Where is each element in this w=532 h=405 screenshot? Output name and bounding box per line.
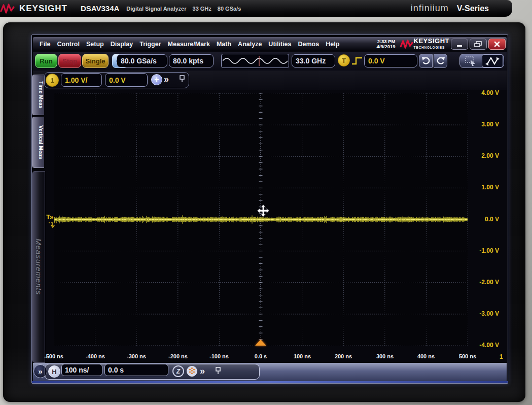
close-button[interactable] xyxy=(488,39,506,50)
single-button[interactable]: Single xyxy=(82,54,109,68)
chassis-branding-strip: KEYSIGHT DSAV334A Digital Signal Analyze… xyxy=(0,0,512,17)
menu-display[interactable]: Display xyxy=(111,41,133,48)
timebase-position-field[interactable]: 0.0 s xyxy=(104,364,168,376)
voltage-label: -4.00 V xyxy=(470,342,499,349)
voltage-label: 1.00 V xyxy=(470,184,499,191)
time-label: -200 ns xyxy=(162,353,194,359)
waveform-preview-button[interactable] xyxy=(221,54,289,68)
channel1-badge[interactable]: 1 xyxy=(46,74,59,87)
redo-button[interactable] xyxy=(434,54,447,68)
horizontal-badge[interactable]: H xyxy=(48,365,60,378)
drag-waveform-mode-button[interactable] xyxy=(482,54,503,68)
region-select-mode-button[interactable] xyxy=(460,54,482,68)
memory-depth-field[interactable]: 80.0 kpts xyxy=(169,54,214,68)
voltage-label: -1.00 V xyxy=(470,247,499,254)
time-label: 200 ns xyxy=(327,353,360,359)
timebase-scale-field[interactable]: 100 ns/ xyxy=(61,364,102,376)
voltage-label: 4.00 V xyxy=(470,89,499,96)
undo-button[interactable] xyxy=(419,54,433,68)
pin-icon[interactable] xyxy=(179,75,186,83)
expand-horizontal-controls-button[interactable]: » xyxy=(200,366,205,376)
time-label: -500 ns xyxy=(38,353,70,359)
chassis-subtitle: Digital Signal Analyzer xyxy=(126,6,186,12)
trigger-level-marker[interactable]: T» xyxy=(46,213,53,221)
pin-icon[interactable] xyxy=(215,366,222,375)
menu-setup[interactable]: Setup xyxy=(86,41,104,48)
clock-date: 4/9/2019 xyxy=(377,44,396,49)
menu-file[interactable]: File xyxy=(40,41,51,48)
menu-bar: File Control Setup Display Trigger Measu… xyxy=(33,37,507,51)
move-cursor-icon xyxy=(256,204,270,218)
tab-vertical-meas[interactable]: Vertical Meas xyxy=(32,117,44,168)
menu-control[interactable]: Control xyxy=(57,41,80,48)
clock: 2:33 PM 4/9/2019 xyxy=(377,39,396,49)
channel1-scale-field[interactable]: 1.00 V/ xyxy=(61,73,102,87)
maximize-button[interactable] xyxy=(470,39,487,50)
bandwidth-field[interactable]: 33.0 GHz xyxy=(292,54,335,68)
minimize-button[interactable] xyxy=(451,39,468,50)
chassis-model: DSAV334A xyxy=(81,4,119,13)
time-label: -400 ns xyxy=(79,353,112,359)
time-label: 400 ns xyxy=(410,353,442,359)
screen-bottom-glow xyxy=(32,381,508,384)
time-label: 300 ns xyxy=(369,353,401,359)
logo-brand: KEYSIGHT xyxy=(414,37,449,45)
graticule-and-trace xyxy=(54,93,468,346)
minimize-icon xyxy=(455,41,464,48)
voltage-label: -2.00 V xyxy=(470,279,499,286)
display-colors-button[interactable] xyxy=(186,365,198,377)
time-label: -100 ns xyxy=(203,353,235,359)
redo-icon xyxy=(436,56,446,66)
trigger-time-marker[interactable] xyxy=(255,340,266,346)
mouse-mode-button-group xyxy=(459,54,504,68)
measurements-panel-title: Measurements xyxy=(34,239,43,295)
horizontal-bar: » H 100 ns/ 0.0 s Z » xyxy=(33,363,507,381)
chassis-bandwidth: 33 GHz xyxy=(193,6,211,12)
trigger-edge-icon[interactable] xyxy=(351,56,363,66)
time-label: -300 ns xyxy=(120,353,153,359)
time-label: 0.0 s xyxy=(244,353,277,359)
waveform-display-area xyxy=(54,93,468,346)
trigger-badge[interactable]: T xyxy=(338,54,350,66)
logo-sub: TECHNOLOGIES xyxy=(414,46,445,49)
instrument-photo: KEYSIGHT DSAV334A Digital Signal Analyze… xyxy=(0,0,532,405)
toolbar: Run Stop Single 80.0 GSa/s 80.0 kpts 33.… xyxy=(33,52,507,71)
menu-trigger[interactable]: Trigger xyxy=(139,41,161,48)
keysight-spark-icon xyxy=(0,3,15,14)
time-label: 100 ns xyxy=(286,353,318,359)
channel-bar: 1 1.00 V/ 0.0 V + » xyxy=(33,71,507,90)
channel-ground-marker-icon[interactable] xyxy=(49,221,57,228)
chassis-brand: KEYSIGHT xyxy=(19,4,67,14)
region-select-icon xyxy=(465,55,478,66)
menu-measure-mark[interactable]: Measure/Mark xyxy=(168,41,210,48)
trigger-level-field[interactable]: 0.0 V xyxy=(364,54,417,68)
menu-help[interactable]: Help xyxy=(326,41,339,48)
expand-channel-controls-button[interactable]: » xyxy=(164,75,169,84)
tab-time-meas[interactable]: Time Meas xyxy=(32,75,44,115)
channel1-offset-field[interactable]: 0.0 V xyxy=(105,73,148,87)
menu-demos[interactable]: Demos xyxy=(298,41,320,48)
chassis-family: infiniium xyxy=(411,3,449,14)
sample-rate-field[interactable]: 80.0 GSa/s xyxy=(117,54,167,68)
menu-analyze[interactable]: Analyze xyxy=(238,41,262,48)
run-button[interactable]: Run xyxy=(35,54,57,68)
oscilloscope-screen: File Control Setup Display Trigger Measu… xyxy=(31,35,508,384)
chassis-series: V-Series xyxy=(457,4,489,13)
menu-utilities[interactable]: Utilities xyxy=(268,41,291,48)
close-icon xyxy=(493,41,501,47)
add-channel-button[interactable]: + xyxy=(151,74,162,85)
zoom-button[interactable]: Z xyxy=(172,365,184,377)
color-dots-icon xyxy=(186,365,198,377)
menu-math[interactable]: Math xyxy=(217,41,231,48)
voltage-label: 2.00 V xyxy=(470,152,499,159)
measurements-panel[interactable]: Measurements xyxy=(32,171,45,363)
voltage-label: 3.00 V xyxy=(470,121,499,128)
channel1-indicator: 1 xyxy=(500,353,503,360)
chassis-sample-rate: 80 GSa/s xyxy=(218,6,241,12)
stop-button[interactable]: Stop xyxy=(58,54,81,68)
acquisition-preview-icon xyxy=(223,55,288,67)
voltage-label: 0.0 V xyxy=(470,216,499,223)
voltage-label: -3.00 V xyxy=(470,310,499,317)
time-label: 500 ns xyxy=(451,353,484,359)
keysight-logo: KEYSIGHT TECHNOLOGIES xyxy=(400,38,449,50)
